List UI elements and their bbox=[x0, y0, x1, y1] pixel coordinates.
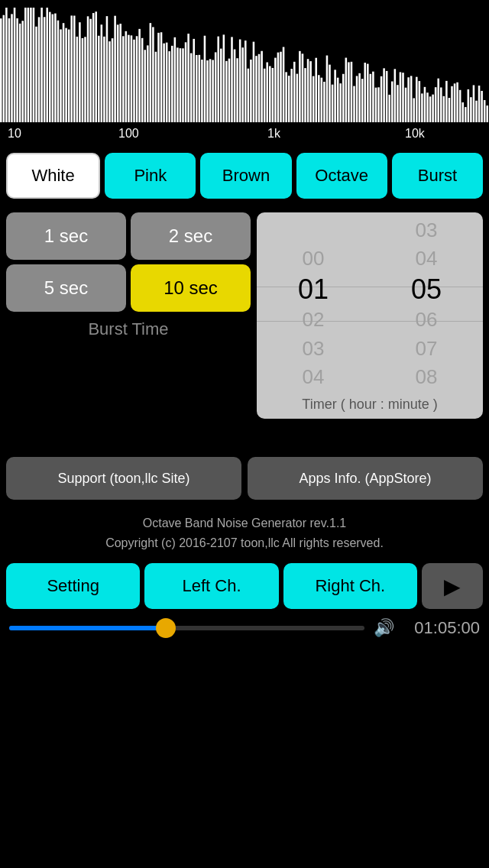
progress-fill bbox=[9, 626, 166, 630]
noise-btn-pink[interactable]: Pink bbox=[105, 153, 196, 199]
left-ch-button[interactable]: Left Ch. bbox=[144, 563, 278, 609]
play-button[interactable]: ▶ bbox=[422, 563, 483, 609]
spacer bbox=[0, 425, 489, 448]
timer-minute-item: 04 bbox=[370, 245, 483, 274]
noise-btn-burst[interactable]: Burst bbox=[392, 153, 483, 199]
progress-bar-row: 🔊 01:05:00 bbox=[0, 614, 489, 643]
freq-axis: 10 100 1k 10k bbox=[0, 122, 489, 145]
burst-left-panel: 1 sec 2 sec 5 sec 10 sec Burst Time bbox=[6, 212, 251, 419]
timer-hour-item: 02 bbox=[257, 306, 370, 335]
timer-minute-item: 07 bbox=[370, 334, 483, 363]
timer-hour-item: 03 bbox=[257, 334, 370, 363]
timer-hour-item bbox=[257, 216, 370, 245]
progress-thumb[interactable] bbox=[156, 618, 176, 638]
setting-button[interactable]: Setting bbox=[6, 563, 140, 609]
footer-links: Support (toon,llc Site) Apps Info. (AppS… bbox=[0, 448, 489, 506]
burst-timer-section: 1 sec 2 sec 5 sec 10 sec Burst Time 00 0… bbox=[0, 206, 489, 425]
app-title: Octave Band Noise Generator rev.1.1 bbox=[3, 513, 486, 533]
freq-label-10: 10 bbox=[8, 127, 21, 141]
right-ch-button[interactable]: Right Ch. bbox=[283, 563, 417, 609]
timer-minute-selected: 05 bbox=[370, 274, 483, 306]
noise-btn-white[interactable]: White bbox=[6, 153, 100, 199]
timer-hour-selected: 01 bbox=[257, 274, 370, 306]
spectrum-canvas bbox=[0, 0, 489, 122]
noise-btn-brown[interactable]: Brown bbox=[200, 153, 291, 199]
appinfo-button[interactable]: Apps Info. (AppStore) bbox=[248, 457, 483, 500]
timer-hours-column[interactable]: 00 01 02 03 04 bbox=[257, 216, 370, 392]
app-info: Octave Band Noise Generator rev.1.1 Copy… bbox=[0, 506, 489, 559]
support-button[interactable]: Support (toon,llc Site) bbox=[6, 457, 241, 500]
timer-label: Timer ( hour : minute ) bbox=[302, 392, 437, 416]
burst-time-label: Burst Time bbox=[6, 316, 251, 339]
burst-2sec-button[interactable]: 2 sec bbox=[131, 212, 251, 260]
progress-track[interactable] bbox=[9, 626, 364, 630]
burst-10sec-button[interactable]: 10 sec bbox=[131, 264, 251, 312]
timer-minutes-column[interactable]: 03 04 05 06 07 08 bbox=[370, 216, 483, 392]
time-display: 01:05:00 bbox=[403, 618, 480, 638]
volume-icon[interactable]: 🔊 bbox=[374, 618, 394, 638]
timer-columns: 00 01 02 03 04 03 04 05 06 07 08 bbox=[257, 216, 483, 392]
freq-label-1k: 1k bbox=[267, 127, 280, 141]
timer-hour-item: 00 bbox=[257, 245, 370, 274]
burst-1sec-button[interactable]: 1 sec bbox=[6, 212, 126, 260]
app-copyright: Copyright (c) 2016-2107 toon,llc All rig… bbox=[3, 533, 486, 553]
timer-picker[interactable]: 00 01 02 03 04 03 04 05 06 07 08 Timer (… bbox=[257, 212, 483, 419]
noise-type-selector: White Pink Brown Octave Burst bbox=[0, 145, 489, 206]
timer-minute-item: 06 bbox=[370, 306, 483, 335]
freq-label-10k: 10k bbox=[405, 127, 425, 141]
bottom-controls: Setting Left Ch. Right Ch. ▶ bbox=[0, 559, 489, 614]
spectrum-analyzer: 10 100 1k 10k bbox=[0, 0, 489, 145]
timer-hour-item: 04 bbox=[257, 363, 370, 392]
noise-btn-octave[interactable]: Octave bbox=[296, 153, 387, 199]
burst-row2: 5 sec 10 sec bbox=[6, 264, 251, 312]
burst-5sec-button[interactable]: 5 sec bbox=[6, 264, 126, 312]
timer-minute-item: 03 bbox=[370, 216, 483, 245]
freq-label-100: 100 bbox=[118, 127, 139, 141]
timer-minute-item: 08 bbox=[370, 363, 483, 392]
burst-row1: 1 sec 2 sec bbox=[6, 212, 251, 260]
